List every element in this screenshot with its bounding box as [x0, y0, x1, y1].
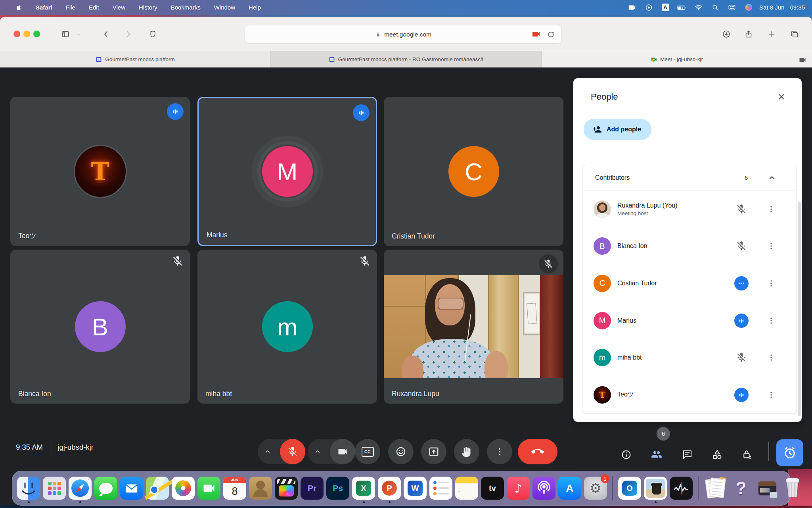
input-source-icon[interactable]: A: [659, 3, 671, 12]
dock-contacts-icon[interactable]: [249, 477, 272, 500]
dock-photos-icon[interactable]: [172, 477, 195, 500]
dock-trash-icon[interactable]: [781, 477, 804, 500]
video-tile-cristian[interactable]: C Cristian Tudor: [384, 97, 563, 246]
menu-window[interactable]: Window: [207, 4, 242, 11]
menu-help[interactable]: Help: [242, 4, 268, 11]
participant-menu-button[interactable]: [763, 275, 779, 291]
tab-gourmetpast-platform[interactable]: GourmetPast moocs platform: [0, 51, 271, 67]
tab-gourmetpast-ro-gastronomie[interactable]: GourmetPast moocs platform - RO Gastrono…: [271, 51, 542, 67]
forward-button[interactable]: [121, 28, 135, 40]
participant-row-ruxandra[interactable]: Ruxandra Lupu (You) Meeting host: [582, 190, 797, 228]
window-close-button[interactable]: [13, 31, 20, 37]
dock-podcasts-icon[interactable]: [532, 477, 555, 500]
play-status-icon[interactable]: [643, 3, 655, 12]
video-tile-bianca[interactable]: B Bianca Ion: [10, 250, 190, 404]
video-tile-miha[interactable]: m miha bbt: [197, 250, 377, 404]
mic-toggle-button-muted[interactable]: [280, 439, 305, 464]
window-zoom-button[interactable]: [33, 31, 40, 37]
camera-options-chevron[interactable]: [308, 447, 327, 456]
new-tab-button[interactable]: [765, 28, 778, 40]
sidebar-chevron-button[interactable]: [75, 28, 83, 40]
reload-button[interactable]: [547, 30, 555, 39]
menu-view[interactable]: View: [106, 4, 132, 11]
dock-apple-tv-icon[interactable]: tv: [481, 477, 504, 500]
video-tile-marius[interactable]: M Marius: [197, 97, 377, 246]
dock-maps-icon[interactable]: [146, 477, 169, 500]
participant-row-teo[interactable]: T Teoツ: [582, 376, 797, 414]
control-center-icon[interactable]: [726, 3, 738, 12]
add-people-button[interactable]: Add people: [584, 119, 651, 140]
downloads-button[interactable]: [720, 28, 733, 40]
dock-system-settings-icon[interactable]: ⚙1: [584, 477, 607, 500]
menu-app-name[interactable]: Safari: [29, 4, 59, 11]
participant-menu-button[interactable]: [763, 238, 779, 254]
contributors-header[interactable]: Contributors 6: [582, 165, 797, 190]
participant-row-bianca[interactable]: B Bianca Ion: [582, 228, 797, 265]
siri-icon[interactable]: [743, 3, 755, 12]
panel-scrollbar[interactable]: [798, 202, 801, 416]
clock-extension-button[interactable]: [776, 439, 803, 466]
privacy-shield-icon[interactable]: [146, 28, 159, 40]
participant-row-cristian[interactable]: C Cristian Tudor: [582, 265, 797, 302]
video-tile-ruxandra[interactable]: Ruxandra Lupu: [384, 250, 563, 404]
participant-menu-button[interactable]: [763, 387, 779, 403]
address-bar[interactable]: meet.google.com: [245, 25, 562, 44]
menu-file[interactable]: File: [59, 4, 82, 11]
camera-toggle-button[interactable]: [330, 439, 355, 464]
dock-safari-icon[interactable]: [69, 477, 92, 500]
menu-history[interactable]: History: [132, 4, 164, 11]
participant-menu-button[interactable]: [763, 350, 779, 366]
activities-button[interactable]: [709, 446, 725, 462]
dock-audio-activity-app-icon[interactable]: [670, 477, 693, 500]
battery-icon[interactable]: [676, 3, 688, 12]
participant-row-miha[interactable]: m miha bbt: [582, 339, 797, 376]
dock-messages-icon[interactable]: [94, 477, 117, 500]
spotlight-icon[interactable]: [709, 3, 721, 12]
dock-photoshop-icon[interactable]: Ps: [326, 477, 349, 500]
menu-edit[interactable]: Edit: [82, 4, 106, 11]
dock-mail-icon[interactable]: [120, 477, 143, 500]
mic-options-chevron[interactable]: [258, 447, 278, 456]
wifi-icon[interactable]: [693, 3, 705, 12]
more-options-button[interactable]: [487, 439, 512, 464]
dock-app-store-icon[interactable]: A: [558, 477, 581, 500]
dock-calendar-icon[interactable]: JUN8: [223, 477, 246, 500]
participant-menu-button[interactable]: [763, 201, 779, 217]
sidebar-toggle-button[interactable]: [59, 28, 72, 40]
close-panel-button[interactable]: [775, 90, 788, 104]
dock-powerpoint-icon[interactable]: P: [378, 477, 401, 500]
window-minimize-button[interactable]: [23, 31, 30, 37]
participant-row-marius[interactable]: M Marius: [582, 302, 797, 339]
leave-call-button[interactable]: [518, 439, 557, 464]
dock-help-icon[interactable]: ?: [730, 477, 753, 500]
apple-menu-icon[interactable]: [9, 4, 29, 12]
dock-documents-stack-icon[interactable]: [704, 477, 727, 500]
dock-finder-icon[interactable]: [17, 477, 40, 500]
raise-hand-button[interactable]: [454, 439, 479, 464]
dock-outlook-icon[interactable]: O: [618, 477, 641, 500]
reactions-button[interactable]: [388, 439, 414, 464]
dock-premiere-pro-icon[interactable]: Pr: [301, 477, 324, 500]
chat-button[interactable]: [679, 446, 695, 462]
dock-notes-icon[interactable]: [455, 477, 478, 500]
dock-reminders-icon[interactable]: [429, 477, 452, 500]
people-panel-button[interactable]: [649, 446, 665, 462]
meeting-details-button[interactable]: [618, 446, 634, 462]
dock-excel-icon[interactable]: X: [352, 477, 375, 500]
video-tile-teo[interactable]: T Teoツ: [10, 97, 190, 246]
menu-bar-clock[interactable]: Sat 8 Jun 09:35: [759, 4, 805, 11]
tab-camera-active-icon[interactable]: [531, 29, 541, 39]
back-button[interactable]: [99, 28, 113, 40]
menu-bookmarks[interactable]: Bookmarks: [164, 4, 207, 11]
screen-record-camera-icon[interactable]: [626, 3, 638, 12]
captions-button[interactable]: CC: [355, 439, 380, 464]
dock-music-icon[interactable]: ♪: [507, 477, 530, 500]
dock-final-cut-pro-icon[interactable]: [275, 477, 298, 500]
collapse-chevron-icon[interactable]: [765, 172, 777, 184]
tab-meet-active[interactable]: Meet - jgj-ubsd-kjr: [542, 51, 812, 67]
dock-word-icon[interactable]: W: [404, 477, 427, 500]
present-screen-button[interactable]: [421, 439, 446, 464]
tab-overview-button[interactable]: [788, 28, 801, 40]
dock-launchpad-icon[interactable]: [43, 477, 66, 500]
share-button[interactable]: [742, 28, 755, 40]
